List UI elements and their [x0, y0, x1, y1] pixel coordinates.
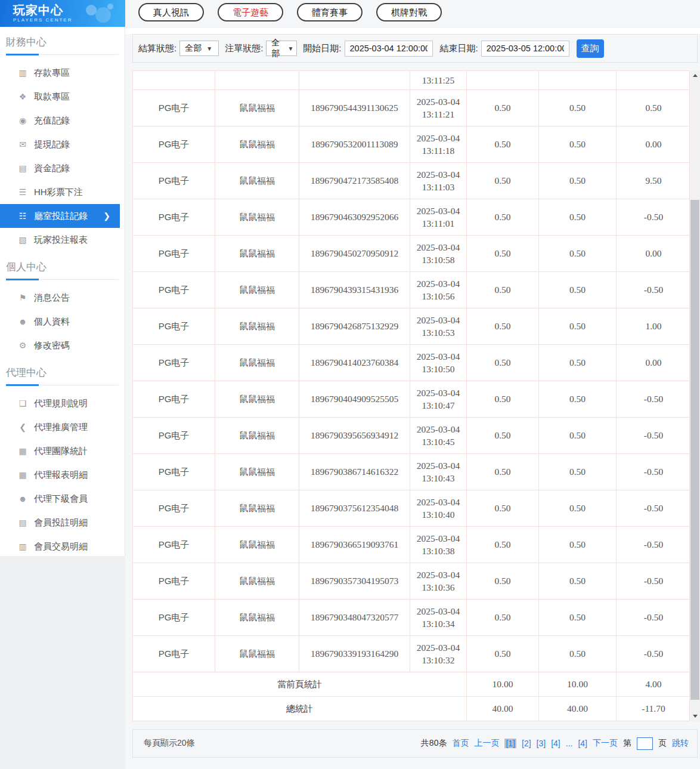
- cell-platform: PG电子: [133, 345, 215, 381]
- cell-bet-amount: 0.50: [467, 308, 539, 344]
- cell-valid-bet: 0.50: [539, 490, 617, 526]
- total-count-text: 共80条: [421, 738, 447, 749]
- sidebar-item-label: 廳室投註記錄: [34, 204, 88, 228]
- cell-platform: PG电子: [133, 490, 215, 526]
- sidebar-item-funds-records[interactable]: ▤資金記錄: [0, 156, 125, 180]
- newspaper-icon: ▦: [17, 439, 29, 463]
- tab-sports[interactable]: 體育賽事: [297, 3, 363, 21]
- time-line: 13:10:32: [422, 654, 454, 666]
- jump-page-input[interactable]: [637, 737, 653, 750]
- page-link-3[interactable]: [3]: [537, 739, 546, 748]
- jump-prefix-text: 第: [623, 738, 631, 749]
- page-link-4[interactable]: [4]: [551, 739, 560, 748]
- sidebar-item-recharge-records[interactable]: ◉充值記錄: [0, 109, 125, 132]
- cell-member: 鼠鼠福福: [215, 490, 299, 526]
- cell-profit: 0.00: [617, 236, 690, 271]
- order-status-select[interactable]: 全部 ▼: [266, 41, 297, 56]
- sidebar-item-label: HH彩票下注: [34, 180, 83, 204]
- time-line: 13:10:50: [422, 363, 454, 375]
- section-title: 代理中心: [6, 366, 119, 385]
- page-link-1-current[interactable]: [1]: [504, 739, 516, 748]
- scroll-up-button[interactable]: [690, 70, 700, 81]
- cell-bet-amount: 0.50: [467, 454, 539, 490]
- table-row: PG电子鼠鼠福福18967905443911306252025-03-0413:…: [133, 90, 689, 126]
- list-icon: ☰: [17, 180, 29, 204]
- cell-datetime: 2025-03-0413:11:03: [410, 163, 467, 199]
- sidebar-item-label: 資金記錄: [34, 156, 70, 180]
- sidebar-item-member-transaction-detail[interactable]: ▥會員交易明細: [0, 535, 125, 558]
- sidebar-item-member-bet-detail[interactable]: ▤會員投註明細: [0, 511, 125, 535]
- page-link-6[interactable]: [4]: [578, 739, 587, 748]
- sidebar-item-agent-team-stats[interactable]: ▦代理團隊統計: [0, 439, 125, 463]
- sidebar-item-agent-promotion[interactable]: ❮代理推廣管理: [0, 415, 125, 439]
- summary-label: 總統計: [133, 697, 467, 721]
- cell-platform: PG电子: [133, 381, 215, 417]
- section-items: ▥存款專區❖取款專區◉充值記錄✉提現記錄▤資金記錄☰HH彩票下注☷廳室投註記錄❯…: [0, 61, 125, 252]
- cell-platform: PG电子: [133, 527, 215, 563]
- sidebar: 玩家中心 PLAYERS CENTER 財務中心▥存款專區❖取款專區◉充值記錄✉…: [0, 0, 125, 556]
- sidebar-item-player-bet-report[interactable]: ▧玩家投注報表: [0, 228, 125, 252]
- cell-datetime: 2025-03-0413:11:21: [410, 90, 467, 126]
- end-date-input[interactable]: [481, 41, 569, 57]
- date-line: 2025-03-04: [417, 496, 460, 508]
- cell-bet-amount: 0.50: [467, 236, 539, 271]
- time-line: 13:10:53: [422, 326, 454, 339]
- query-button[interactable]: 查詢: [577, 39, 604, 58]
- sidebar-item-agent-rules[interactable]: ❏代理規則說明: [0, 391, 125, 415]
- end-date-label: 結束日期:: [440, 43, 478, 54]
- chevron-right-icon: ❯: [103, 204, 110, 228]
- bet-records-table: 13:11:25 PG电子鼠鼠福福18967905443911306252025…: [132, 70, 690, 721]
- time-line: 13:11:21: [422, 108, 455, 121]
- prev-page-link[interactable]: 上一页: [474, 738, 499, 749]
- sidebar-section-1: 個人中心⚑消息公告☻個人資料⚙修改密碼: [0, 260, 125, 357]
- sidebar-item-agent-report-detail[interactable]: ▦代理報表明細: [0, 463, 125, 487]
- scrollbar-thumb[interactable]: [690, 200, 699, 700]
- date-line: 2025-03-04: [417, 314, 460, 326]
- table-scrollbar[interactable]: [690, 70, 700, 721]
- sidebar-item-label: 取款專區: [34, 85, 70, 109]
- sidebar-item-change-password[interactable]: ⚙修改密碼: [0, 333, 125, 357]
- scroll-down-button[interactable]: [690, 711, 700, 721]
- tab-electronic-games[interactable]: 電子遊藝: [218, 3, 283, 21]
- cell-datetime: 2025-03-0413:11:01: [410, 199, 467, 235]
- sidebar-item-room-bet-records[interactable]: ☷廳室投註記錄❯: [0, 204, 120, 228]
- sidebar-item-hh-lottery-bets[interactable]: ☰HH彩票下注: [0, 180, 125, 204]
- cell-valid-bet: 0.50: [539, 272, 617, 308]
- cell-datetime: 2025-03-0413:10:47: [410, 381, 467, 417]
- bell-icon: ⚑: [17, 286, 29, 310]
- next-page-link[interactable]: 下一页: [593, 738, 618, 749]
- cell-datetime: 2025-03-0413:10:40: [410, 490, 467, 526]
- cell-bet-amount: 0.50: [467, 418, 539, 453]
- start-date-input[interactable]: [345, 41, 433, 57]
- start-date-label: 開始日期:: [303, 43, 341, 54]
- jump-action-link[interactable]: 跳转: [672, 738, 689, 749]
- sidebar-item-label: 修改密碼: [34, 333, 70, 357]
- sidebar-item-label: 代理下級會員: [34, 487, 88, 511]
- cell-valid-bet: 0.50: [539, 308, 617, 344]
- tab-live-video[interactable]: 真人視訊: [138, 3, 204, 21]
- sidebar-item-withdraw-zone[interactable]: ❖取款專區: [0, 85, 125, 109]
- time-line: 13:10:58: [422, 254, 454, 266]
- sidebar-item-cashout-records[interactable]: ✉提現記錄: [0, 132, 125, 156]
- cell-valid-bet: 0.50: [539, 418, 617, 453]
- records-icon: ☷: [17, 204, 29, 228]
- moneybag-icon: ◉: [17, 109, 29, 132]
- sidebar-item-deposit-zone[interactable]: ▥存款專區: [0, 61, 125, 85]
- sidebar-item-profile[interactable]: ☻個人資料: [0, 310, 125, 333]
- sidebar-item-agent-sub-members[interactable]: ☻代理下級會員: [0, 487, 125, 511]
- time-line: 13:11:18: [422, 144, 455, 157]
- section-title: 財務中心: [6, 35, 119, 55]
- first-page-link[interactable]: 首页: [452, 738, 469, 749]
- sidebar-section-0: 財務中心▥存款專區❖取款專區◉充值記錄✉提現記錄▤資金記錄☰HH彩票下注☷廳室投…: [0, 35, 125, 252]
- cell-platform: PG电子: [133, 563, 215, 599]
- settle-status-select[interactable]: 全部 ▼: [179, 41, 219, 56]
- cell-platform: PG电子: [133, 636, 215, 672]
- sidebar-item-label: 代理規則說明: [34, 391, 88, 415]
- pagination-controls: 共80条 首页 上一页 [1][2][3][4]...[4] 下一页 第 页 跳…: [421, 737, 689, 750]
- cell-platform: PG电子: [133, 126, 215, 162]
- page-link-2[interactable]: [2]: [522, 739, 531, 748]
- tab-board-games[interactable]: 棋牌對戰: [376, 3, 442, 21]
- sidebar-item-announcements[interactable]: ⚑消息公告: [0, 286, 125, 310]
- cell-member: 鼠鼠福福: [215, 418, 299, 453]
- cell-order-id: 1896790544391130625: [299, 90, 410, 126]
